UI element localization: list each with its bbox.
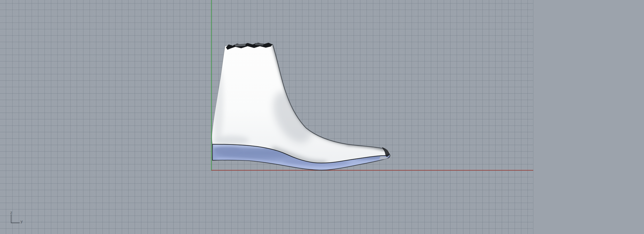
heel-seam-shade	[214, 136, 249, 145]
shoe-last-model[interactable]	[0, 0, 644, 234]
axis-gizmo-y-label: y	[20, 219, 23, 223]
cad-window: z y	[0, 0, 644, 234]
axis-gizmo-z-label: z	[10, 211, 12, 214]
axis-gizmo-horizontal-arm	[11, 223, 20, 223]
axis-gizmo-vertical-arm	[11, 214, 11, 223]
back-edge-sheen	[213, 64, 223, 140]
axis-gizmo: z y	[11, 214, 24, 224]
sole-heel-fillet-shadow	[214, 146, 240, 154]
